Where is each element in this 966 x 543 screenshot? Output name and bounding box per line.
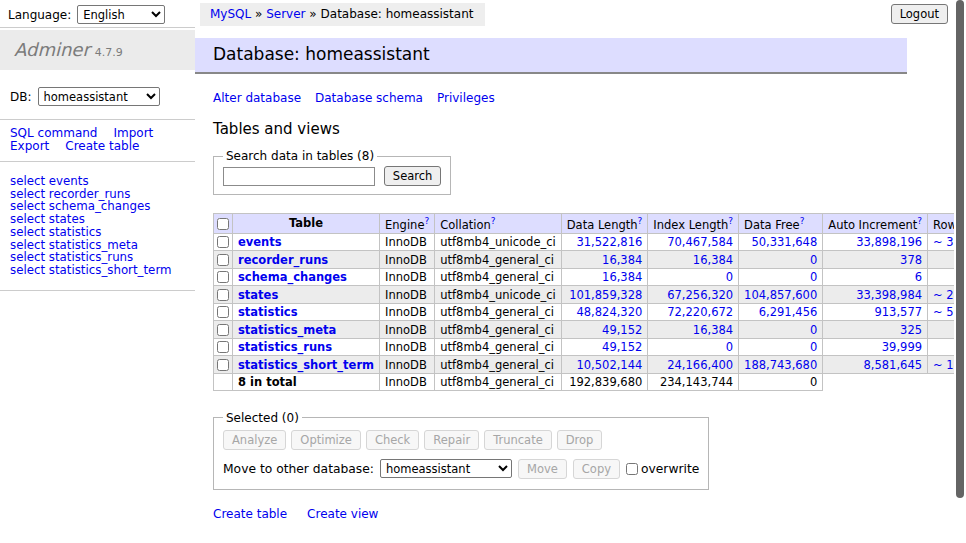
row-checkbox-recorder-runs[interactable] xyxy=(217,254,229,266)
data-free-cell-link[interactable]: 0 xyxy=(810,253,817,267)
help-link-collation[interactable]: ? xyxy=(491,216,496,226)
db-link-database-schema[interactable]: Database schema xyxy=(315,91,423,105)
db-link-privileges[interactable]: Privileges xyxy=(437,91,495,105)
data-free-cell: 0 xyxy=(739,268,823,286)
table-link-events[interactable]: events xyxy=(238,235,282,249)
index-length-cell: 16,384 xyxy=(648,321,739,339)
auto-increment-cell: 33,398,984 xyxy=(823,286,928,304)
auto-increment-cell-link[interactable]: 6 xyxy=(915,270,922,284)
engine-cell: InnoDB xyxy=(380,268,435,286)
breadcrumb-link-mysql[interactable]: MySQL xyxy=(210,7,251,21)
search-input[interactable] xyxy=(223,167,375,186)
help-link-data-free[interactable]: ? xyxy=(800,216,805,226)
data-free-cell-link[interactable]: 0 xyxy=(810,340,817,354)
data-length-cell-link[interactable]: 16,384 xyxy=(602,253,642,267)
sidebar-table-links: select eventsselect recorder_runsselect … xyxy=(0,162,195,291)
table-link-statistics-short-term[interactable]: statistics_short_term xyxy=(238,358,374,372)
data-length-cell-link[interactable]: 101,859,328 xyxy=(569,288,642,302)
auto-increment-cell-link[interactable]: 913,577 xyxy=(874,305,922,319)
index-length-cell-link[interactable]: 70,467,584 xyxy=(667,235,733,249)
table-link-recorder-runs[interactable]: recorder_runs xyxy=(238,253,328,267)
row-checkbox-events[interactable] xyxy=(217,236,229,248)
help-link-engine[interactable]: ? xyxy=(424,216,429,226)
table-link-schema-changes[interactable]: schema_changes xyxy=(238,270,347,284)
sidebar-item-select-statistics-short-term[interactable]: select statistics_short_term xyxy=(10,264,195,277)
sidebar-action-create-table[interactable]: Create table xyxy=(65,139,139,153)
data-length-cell-link[interactable]: 49,152 xyxy=(602,340,642,354)
auto-increment-cell: 913,577 xyxy=(823,303,928,321)
data-length-cell-link[interactable]: 10,502,144 xyxy=(576,358,642,372)
sidebar-item-select-statistics[interactable]: select statistics xyxy=(10,226,195,239)
scrollbar-thumb[interactable] xyxy=(956,0,964,498)
drop-button[interactable]: Drop xyxy=(557,430,603,450)
index-length-cell-link[interactable]: 24,166,400 xyxy=(667,358,733,372)
row-checkbox-statistics[interactable] xyxy=(217,306,229,318)
table-link-statistics-meta[interactable]: statistics_meta xyxy=(238,323,336,337)
help-link-auto-increment[interactable]: ? xyxy=(917,216,922,226)
create-link-create-table[interactable]: Create table xyxy=(213,507,287,521)
data-length-cell-link[interactable]: 31,522,816 xyxy=(576,235,642,249)
check-button[interactable]: Check xyxy=(366,430,419,450)
auto-increment-cell-link[interactable]: 8,581,645 xyxy=(864,358,923,372)
auto-increment-cell-link[interactable]: 39,999 xyxy=(882,340,922,354)
db-link-alter-database[interactable]: Alter database xyxy=(213,91,301,105)
engine-cell: InnoDB xyxy=(380,251,435,269)
sidebar-item-select-states[interactable]: select states xyxy=(10,213,195,226)
auto-increment-cell: 378 xyxy=(823,251,928,269)
sidebar-action-sql-command[interactable]: SQL command xyxy=(10,126,97,140)
index-length-cell-link[interactable]: 16,384 xyxy=(693,253,733,267)
search-button[interactable]: Search xyxy=(384,166,442,186)
index-length-cell-link[interactable]: 0 xyxy=(726,340,733,354)
sidebar-item-select-events[interactable]: select events xyxy=(10,175,195,188)
repair-button[interactable]: Repair xyxy=(424,430,479,450)
index-length-cell-link[interactable]: 67,256,320 xyxy=(667,288,733,302)
language-select[interactable]: English xyxy=(77,5,165,24)
create-link-create-view[interactable]: Create view xyxy=(307,507,378,521)
help-link-index-length[interactable]: ? xyxy=(728,216,733,226)
logout-button[interactable]: Logout xyxy=(891,4,948,24)
auto-increment-cell-link[interactable]: 378 xyxy=(900,253,922,267)
overwrite-checkbox[interactable] xyxy=(626,463,638,475)
row-checkbox-statistics-runs[interactable] xyxy=(217,341,229,353)
truncate-button[interactable]: Truncate xyxy=(484,430,552,450)
index-length-cell-link[interactable]: 16,384 xyxy=(693,323,733,337)
sidebar-action-export[interactable]: Export xyxy=(10,139,49,153)
data-free-cell-link[interactable]: 188,743,680 xyxy=(744,358,817,372)
db-select[interactable]: homeassistant xyxy=(38,87,160,106)
auto-increment-cell: 33,898,196 xyxy=(823,233,928,251)
optimize-button[interactable]: Optimize xyxy=(291,430,361,450)
index-length-cell-link[interactable]: 72,220,672 xyxy=(667,305,733,319)
row-checkbox-statistics-short-term[interactable] xyxy=(217,359,229,371)
select-all-checkbox[interactable] xyxy=(217,218,229,230)
auto-increment-cell-link[interactable]: 33,398,984 xyxy=(856,288,922,302)
data-free-cell-link[interactable]: 0 xyxy=(810,323,817,337)
auto-increment-cell-link[interactable]: 325 xyxy=(900,323,922,337)
data-free-cell-link[interactable]: 50,331,648 xyxy=(751,235,817,249)
data-length-cell-link[interactable]: 48,824,320 xyxy=(576,305,642,319)
auto-increment-cell-link[interactable]: 33,898,196 xyxy=(856,235,922,249)
create-links-row: Create tableCreate view xyxy=(213,507,907,521)
table-link-statistics[interactable]: statistics xyxy=(238,305,298,319)
help-link-data-length[interactable]: ? xyxy=(638,216,643,226)
data-free-cell-link[interactable]: 0 xyxy=(810,270,817,284)
data-free-cell-link[interactable]: 6,291,456 xyxy=(759,305,818,319)
data-length-cell-link[interactable]: 16,384 xyxy=(602,270,642,284)
data-free-cell-link[interactable]: 104,857,600 xyxy=(744,288,817,302)
move-button[interactable]: Move xyxy=(518,459,567,479)
collation-cell: utf8mb4_general_ci xyxy=(435,373,562,390)
data-free-cell: 6,291,456 xyxy=(739,303,823,321)
copy-button[interactable]: Copy xyxy=(573,459,620,479)
table-link-states[interactable]: states xyxy=(238,288,278,302)
row-checkbox-schema-changes[interactable] xyxy=(217,271,229,283)
row-checkbox-states[interactable] xyxy=(217,289,229,301)
analyze-button[interactable]: Analyze xyxy=(223,430,286,450)
sidebar-action-import[interactable]: Import xyxy=(113,126,153,140)
table-link-statistics-runs[interactable]: statistics_runs xyxy=(238,340,332,354)
row-checkbox-statistics-meta[interactable] xyxy=(217,324,229,336)
engine-cell: InnoDB xyxy=(380,356,435,374)
breadcrumb-link-server[interactable]: Server xyxy=(266,7,305,21)
collation-cell: utf8mb4_unicode_ci xyxy=(435,233,562,251)
index-length-cell-link[interactable]: 0 xyxy=(726,270,733,284)
data-length-cell-link[interactable]: 49,152 xyxy=(602,323,642,337)
move-database-select[interactable]: homeassistant xyxy=(380,459,512,478)
